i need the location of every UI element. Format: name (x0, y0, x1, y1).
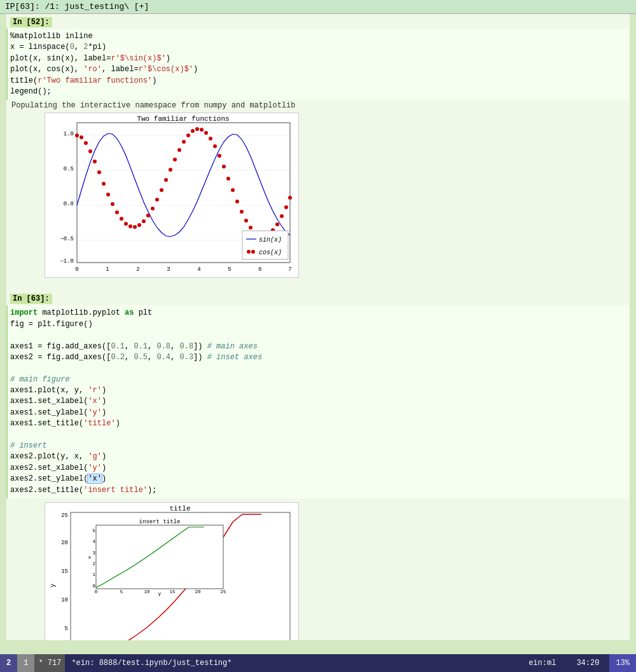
svg-point-49 (200, 128, 204, 132)
svg-text:0: 0 (95, 589, 98, 594)
svg-text:4: 4 (197, 266, 200, 273)
status-modified: * 717 (34, 654, 65, 672)
plot-1-container: Two familiar functions 1.0 0.5 0.0 −0.5 … (45, 113, 299, 280)
svg-text:x: x (88, 554, 92, 560)
svg-point-28 (106, 193, 110, 196)
svg-point-29 (111, 202, 114, 206)
svg-text:5: 5 (65, 626, 68, 632)
svg-text:10: 10 (61, 597, 68, 603)
svg-text:4: 4 (92, 539, 95, 544)
svg-text:25: 25 (61, 512, 68, 519)
svg-point-54 (222, 165, 226, 168)
cell-52-output: Populating the interactive namespace fro… (6, 100, 630, 111)
svg-point-69 (288, 196, 292, 200)
svg-text:7: 7 (288, 266, 291, 273)
svg-point-35 (137, 223, 141, 227)
svg-text:20: 20 (61, 540, 68, 546)
cell-63: In [63]: import matplotlib.pyplot as plt… (6, 291, 630, 500)
svg-point-42 (169, 168, 172, 172)
svg-text:15: 15 (61, 568, 68, 575)
svg-point-30 (115, 210, 119, 214)
svg-point-60 (249, 226, 252, 230)
svg-text:15: 15 (169, 589, 176, 594)
status-position: 34:20 (566, 656, 609, 670)
svg-text:5: 5 (120, 589, 123, 594)
svg-text:0: 0 (92, 584, 95, 589)
title-bar: IP[63]: /1: just_testing\ [+] (0, 0, 636, 14)
status-percent: 13% (609, 654, 636, 672)
svg-text:0.0: 0.0 (64, 201, 74, 207)
svg-point-44 (177, 148, 181, 152)
svg-point-25 (93, 160, 97, 163)
svg-text:sin(x): sin(x) (259, 237, 282, 243)
svg-point-34 (133, 225, 137, 229)
svg-point-40 (160, 188, 163, 192)
plot-2-container: title y x 0 5 10 15 20 25 0 1 2 3 4 5 (45, 502, 299, 640)
svg-text:0: 0 (75, 266, 78, 273)
svg-rect-93 (96, 525, 223, 589)
status-cell-2: 2 (0, 654, 17, 672)
svg-text:1: 1 (106, 266, 109, 273)
svg-point-21 (75, 134, 79, 137)
svg-point-31 (120, 217, 123, 221)
cell-63-code[interactable]: import matplotlib.pyplot as plt fig = pl… (6, 305, 630, 498)
svg-text:5: 5 (92, 528, 95, 533)
svg-point-73 (247, 250, 251, 254)
svg-text:3: 3 (167, 266, 170, 273)
svg-point-48 (195, 127, 199, 131)
svg-point-33 (128, 224, 132, 228)
svg-text:y: y (50, 584, 57, 587)
svg-text:25: 25 (220, 589, 226, 594)
svg-point-52 (213, 144, 217, 148)
svg-point-36 (142, 219, 146, 223)
status-filename: *ein: 8888/test.ipynb/just_testing* (65, 656, 518, 670)
svg-point-22 (80, 135, 83, 139)
svg-point-68 (284, 205, 288, 209)
svg-point-41 (164, 178, 168, 182)
plot-1-svg: Two familiar functions 1.0 0.5 0.0 −0.5 … (45, 113, 299, 278)
svg-text:cos(x): cos(x) (259, 249, 282, 256)
svg-point-67 (280, 214, 284, 218)
svg-point-50 (204, 131, 208, 135)
svg-text:−1.0: −1.0 (60, 258, 74, 264)
code-text-52: %matplotlib inline x = linspace(0, 2*pi)… (10, 31, 625, 97)
svg-text:0.5: 0.5 (64, 166, 74, 172)
svg-point-24 (88, 149, 92, 153)
plot-2-svg: title y x 0 5 10 15 20 25 0 1 2 3 4 5 (45, 502, 299, 640)
svg-text:Two familiar functions: Two familiar functions (137, 115, 229, 123)
svg-point-51 (209, 137, 212, 141)
svg-point-39 (155, 198, 159, 202)
svg-point-23 (84, 141, 88, 145)
svg-text:3: 3 (92, 551, 95, 556)
svg-point-66 (275, 223, 279, 226)
output-text-52: Populating the interactive namespace fro… (11, 101, 295, 110)
svg-point-56 (231, 188, 235, 192)
svg-point-46 (186, 134, 190, 137)
cell-52-code[interactable]: %matplotlib inline x = linspace(0, 2*pi)… (6, 29, 630, 100)
svg-text:y: y (158, 591, 162, 596)
svg-point-47 (191, 129, 195, 133)
svg-point-55 (226, 177, 230, 181)
notebook: In [52]: %matplotlib inline x = linspace… (6, 14, 630, 640)
svg-point-38 (151, 207, 155, 210)
svg-point-27 (102, 182, 106, 186)
svg-point-59 (244, 219, 248, 223)
svg-text:20: 20 (195, 589, 201, 594)
svg-point-74 (251, 250, 255, 254)
svg-text:−0.5: −0.5 (60, 236, 74, 242)
cell-63-prompt[interactable]: In [63]: (10, 294, 52, 304)
svg-text:insert title: insert title (139, 519, 181, 525)
code-text-63: import matplotlib.pyplot as plt fig = pl… (10, 308, 625, 496)
svg-text:1: 1 (92, 572, 95, 577)
svg-point-26 (97, 170, 101, 174)
svg-point-43 (173, 158, 177, 161)
svg-point-45 (182, 140, 186, 144)
svg-point-58 (240, 210, 244, 214)
svg-text:2: 2 (92, 561, 95, 566)
svg-text:10: 10 (144, 589, 150, 594)
status-mode: ein:ml (518, 656, 566, 670)
title-text: IP[63]: /1: just_testing\ [+] (5, 2, 149, 11)
cell-52-prompt[interactable]: In [52]: (10, 17, 52, 27)
status-bar: 2 1 * 717 *ein: 8888/test.ipynb/just_tes… (0, 654, 636, 672)
svg-point-37 (146, 214, 150, 217)
